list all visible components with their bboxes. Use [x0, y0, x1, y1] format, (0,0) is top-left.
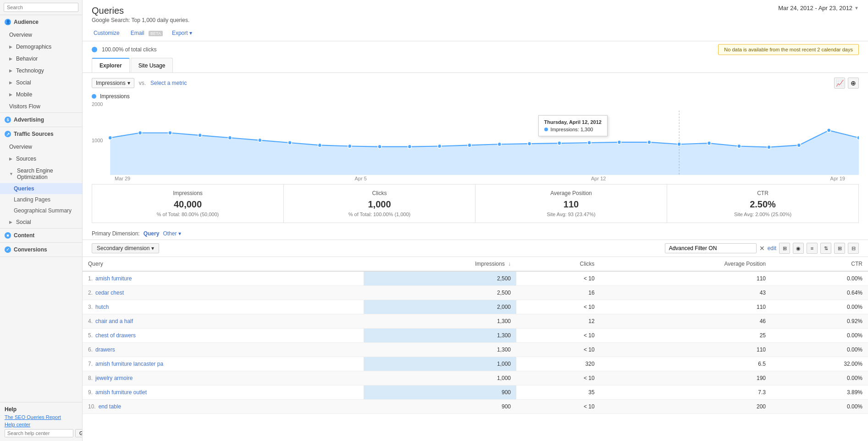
secondary-dimension-button[interactable]: Secondary dimension ▾ — [92, 243, 159, 253]
advanced-filter-input[interactable] — [665, 243, 757, 253]
sidebar-conversions-header[interactable]: ✓ Conversions — [0, 243, 82, 257]
warning-box: No data is available from the most recen… — [718, 44, 859, 55]
line-chart-icon-btn[interactable]: 📈 — [834, 78, 845, 89]
row-rank: 6. — [88, 346, 93, 353]
sidebar-item-traffic-overview[interactable]: Overview — [0, 141, 82, 153]
stat-ctr-value: 2.50% — [674, 199, 851, 210]
expand-icon: ▶ — [9, 80, 12, 85]
query-link[interactable]: end table — [99, 403, 121, 410]
tab-site-usage[interactable]: Site Usage — [131, 58, 173, 73]
query-link[interactable]: hutch — [95, 304, 109, 310]
query-link[interactable]: amish furniture outlet — [95, 389, 147, 396]
query-link[interactable]: amish furniture — [95, 275, 132, 282]
stat-ctr: CTR 2.50% Site Avg: 2.00% (25.00%) — [667, 184, 858, 223]
sidebar-advertising-header[interactable]: $ Advertising — [0, 113, 82, 127]
cell-clicks: < 10 — [516, 371, 600, 385]
sidebar-content-header[interactable]: ■ Content — [0, 229, 82, 242]
seo-queries-report-link[interactable]: The SEO Queries Report — [5, 414, 77, 420]
tab-explorer[interactable]: Explorer — [92, 58, 130, 73]
col-clicks[interactable]: Clicks — [516, 257, 600, 271]
select-metric-link[interactable]: Select a metric — [150, 80, 187, 86]
page-title: Queries — [92, 6, 189, 16]
help-center-link[interactable]: Help center — [5, 422, 77, 427]
chart-controls: Impressions ▾ vs. Select a metric 📈 ⊕ — [83, 73, 868, 93]
legend-label: Impressions — [100, 93, 130, 100]
email-button[interactable]: Email — [129, 29, 146, 37]
metric-arrow-icon: ▾ — [127, 80, 130, 86]
stat-impressions-label: Impressions — [100, 190, 276, 196]
pie-chart-icon-btn[interactable]: ⊕ — [848, 78, 859, 89]
col-ctr[interactable]: CTR — [771, 257, 868, 271]
col-query[interactable]: Query — [83, 257, 364, 271]
sidebar-conversions-label: Conversions — [14, 246, 47, 253]
sidebar-item-social-traffic[interactable]: ▶Social — [0, 216, 82, 228]
sidebar-traffic-label: Traffic Sources — [14, 131, 54, 137]
sidebar-item-seo[interactable]: ▼Search Engine Optimization — [0, 165, 82, 183]
query-link[interactable]: chair and a half — [95, 318, 133, 324]
cell-avg-position: 43 — [600, 286, 771, 300]
sidebar-item-audience-overview[interactable]: Overview — [0, 29, 82, 41]
sidebar-item-demographics[interactable]: ▶Demographics — [0, 41, 82, 53]
view-compare-icon-btn[interactable]: ⇅ — [820, 243, 831, 254]
customize-button[interactable]: Customize — [92, 29, 122, 37]
cell-query: 9.amish furniture outlet — [83, 385, 364, 400]
col-avg-position[interactable]: Average Position — [600, 257, 771, 271]
sidebar-item-queries[interactable]: Queries — [0, 183, 82, 194]
svg-point-1 — [108, 136, 112, 140]
svg-point-9 — [348, 144, 352, 148]
export-button[interactable]: Export ▾ — [170, 29, 194, 37]
table-row: 5.chest of drawers1,300< 10250.00% — [83, 329, 868, 343]
filter-clear-button[interactable]: ✕ — [759, 245, 765, 252]
metric-select[interactable]: Impressions ▾ — [92, 78, 134, 88]
table-row: 7.amish furniture lancaster pa1,0003206.… — [83, 357, 868, 371]
help-title: Help — [5, 406, 77, 413]
query-link[interactable]: jewelry armoire — [95, 375, 133, 381]
cell-query: 3.hutch — [83, 300, 364, 314]
cell-impressions: 1,000 — [364, 357, 516, 371]
sidebar-item-landing-pages[interactable]: Landing Pages — [0, 194, 82, 205]
row-rank: 7. — [88, 361, 93, 367]
query-link[interactable]: cedar chest — [95, 290, 124, 296]
view-pivot-icon-btn[interactable]: ⊞ — [834, 243, 845, 254]
sidebar-item-visitors-flow[interactable]: Visitors Flow — [0, 100, 82, 112]
view-bar-icon-btn[interactable]: ≡ — [807, 243, 818, 254]
sidebar-item-sources[interactable]: ▶Sources — [0, 153, 82, 165]
svg-point-18 — [617, 140, 621, 145]
view-extra-icon-btn[interactable]: ⊟ — [848, 243, 859, 254]
view-pie-icon-btn[interactable]: ◉ — [793, 243, 804, 254]
query-link[interactable]: drawers — [95, 346, 115, 353]
svg-point-26 — [857, 136, 859, 140]
cell-clicks: < 10 — [516, 271, 600, 286]
sidebar-item-behavior[interactable]: ▶Behavior — [0, 53, 82, 65]
sidebar-search-input[interactable] — [4, 3, 78, 12]
query-link[interactable]: chest of drawers — [95, 332, 136, 339]
sidebar-item-technology[interactable]: ▶Technology — [0, 65, 82, 77]
stat-impressions: Impressions 40,000 % of Total: 80.00% (5… — [92, 184, 284, 223]
sidebar-traffic-header[interactable]: ↗ Traffic Sources — [0, 127, 82, 141]
view-table-icon-btn[interactable]: ⊞ — [779, 243, 790, 254]
svg-point-12 — [438, 144, 442, 148]
title-block: Queries Google Search: Top 1,000 daily q… — [92, 6, 189, 23]
date-range[interactable]: Mar 24, 2012 - Apr 23, 2012 ▼ — [778, 5, 859, 11]
sort-arrow-icon: ↓ — [508, 261, 511, 267]
sidebar-item-label: Geographical Summary — [14, 207, 72, 214]
sidebar-item-label: Social — [16, 219, 31, 225]
metric-label: Impressions — [96, 80, 126, 86]
help-search-input[interactable] — [5, 429, 73, 437]
sidebar-item-geographical-summary[interactable]: Geographical Summary — [0, 205, 82, 216]
stat-clicks-sub: % of Total: 100.00% (1,000) — [291, 212, 468, 217]
filter-edit-button[interactable]: edit — [768, 245, 776, 251]
sidebar-item-social[interactable]: ▶Social — [0, 77, 82, 89]
query-link[interactable]: amish furniture lancaster pa — [95, 361, 163, 367]
dimension-query-link[interactable]: Query — [144, 230, 160, 237]
sidebar-item-mobile[interactable]: ▶Mobile — [0, 89, 82, 100]
cell-impressions: 1,300 — [364, 314, 516, 329]
col-impressions[interactable]: Impressions ↓ — [364, 257, 516, 271]
help-go-button[interactable]: Go — [75, 429, 83, 437]
expand-icon: ▶ — [9, 45, 12, 49]
page-subtitle: Google Search: Top 1,000 daily queries. — [92, 17, 189, 23]
chart-y-mid: 1000 — [92, 138, 103, 143]
sidebar-audience-header[interactable]: 👤 Audience — [0, 15, 82, 29]
svg-point-7 — [288, 141, 292, 145]
dimension-other-link[interactable]: Other ▾ — [163, 230, 181, 237]
